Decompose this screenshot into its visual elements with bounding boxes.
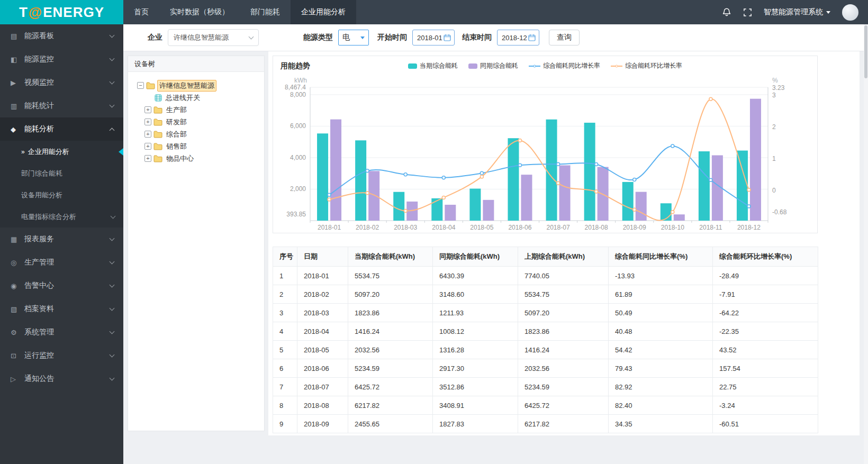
tree-node-leaf[interactable]: 总进线开关 [155,92,259,104]
sidebar-item-1[interactable]: ◧能源监控 [0,48,123,71]
table-cell: 1 [273,267,297,285]
table-cell: 2032.56 [518,359,609,378]
enterprise-select[interactable]: 许继信息智慧能源 [168,29,259,46]
nav-item-0[interactable]: 首页 [123,0,159,24]
column-header-6: 综合能耗环比增长率(%) [713,247,818,267]
start-date-input[interactable]: 2018-01 [412,30,455,46]
sidebar-item-11[interactable]: ▷通知公告 [0,367,123,390]
sidebar-subitem-2[interactable]: 设备用能分析 [0,184,123,206]
tree-node-1[interactable]: +研发部 [144,116,259,128]
chart-title: 用能趋势 [281,61,310,71]
tree-node-4[interactable]: +物品中心 [144,152,259,165]
svg-text:2018-11: 2018-11 [699,224,722,231]
sidebar-item-4[interactable]: ◆能耗分析 [0,117,123,141]
sidebar-item-6[interactable]: ◎生产管理 [0,251,123,274]
system-name: 智慧能源管理系统 [764,7,823,17]
table-row: 72018-076425.723512.865234.5982.9222.75 [273,378,818,396]
tree-node-2[interactable]: +综合部 [144,128,259,140]
table-cell: 2018-05 [297,341,348,359]
table-cell: 1823.86 [518,322,609,341]
chevron-down-icon [110,376,115,381]
sidebar-item-10[interactable]: ⊡运行监控 [0,344,123,367]
svg-text:2018-07: 2018-07 [547,224,570,231]
trend-chart-svg: 393.852,0004,0006,0008,0008,467.4-0.6801… [273,73,817,232]
expand-icon[interactable]: + [144,143,151,150]
sidebar-item-5[interactable]: ▦报表服务 [0,228,123,251]
system-name-dropdown[interactable]: 智慧能源管理系统 [764,7,830,17]
table-cell: 5 [273,341,297,359]
legend-item-1[interactable]: 同期综合能耗 [468,61,518,70]
table-cell: 3 [273,304,297,322]
query-button[interactable]: 查询 [549,30,580,46]
calendar-icon [528,34,536,41]
sidebar-item-8[interactable]: ▧档案资料 [0,297,123,321]
end-time-label: 结束时间 [462,33,492,42]
start-time-label: 开始时间 [377,33,407,42]
svg-text:-0.68: -0.68 [772,208,787,216]
calendar-icon [444,34,451,41]
tree-node-3[interactable]: +销售部 [144,140,259,152]
end-date-input[interactable]: 2018-12 [497,30,539,46]
user-avatar[interactable] [842,4,858,21]
sidebar-item-7[interactable]: ◉告警中心 [0,274,123,297]
tree-root-label[interactable]: 许继信息智慧能源 [157,80,216,92]
sidebar-subitem-1[interactable]: 部门综合能耗 [0,162,123,184]
sidebar-item-2[interactable]: ▶视频监控 [0,71,123,94]
device-tree: − 许继信息智慧能源 总进线开关 +生产部+研发部+综合部+销售部+物品中心 [128,72,264,165]
table-cell: 5534.75 [348,267,433,285]
top-navigation-bar: 首页实时数据（秒级）部门能耗企业用能分析 智慧能源管理系统 [123,0,868,24]
table-cell: 3512.86 [433,378,518,396]
energy-type-select[interactable]: 电 [338,30,369,46]
meter-icon [155,94,162,102]
tree-node-0[interactable]: +生产部 [144,104,259,116]
chevron-down-icon [110,329,115,334]
notification-bell-icon[interactable] [722,7,731,17]
column-header-3: 同期综合能耗(kWh) [433,247,518,267]
tree-node-root[interactable]: − 许继信息智慧能源 [137,79,259,92]
vertical-scrollbar[interactable] [864,24,868,464]
folder-icon [153,106,162,114]
nav-item-1[interactable]: 实时数据（秒级） [159,0,240,24]
energy-type-value: 电 [342,33,350,42]
line-series-0 [328,144,751,208]
table-cell: 2032.56 [348,341,433,359]
table-cell: 82.92 [609,378,713,396]
fullscreen-icon[interactable] [743,8,752,17]
table-cell: 5097.20 [348,285,433,304]
scrollbar-thumb[interactable] [864,25,867,78]
expand-icon[interactable]: + [144,106,151,113]
table-cell: 8 [273,396,297,415]
trend-chart-card: 用能趋势 当期综合能耗同期综合能耗综合能耗同比增长率综合能耗环比增长率 393.… [273,56,818,233]
table-cell: 2455.65 [348,415,433,433]
table-row: 62018-065234.592917.302032.5679.43157.54 [273,359,818,378]
sidebar-item-0[interactable]: ▤能源看板 [0,24,123,48]
tree-leaf-label[interactable]: 总进线开关 [164,93,202,103]
expand-icon[interactable]: + [144,119,151,125]
table-cell: 2018-03 [297,304,348,322]
sidebar-subitem-0[interactable]: »企业用能分析 [0,141,123,162]
svg-text:2018-01: 2018-01 [318,224,341,231]
collapse-icon[interactable]: − [137,82,144,89]
logo-text-2: ENERGY [43,4,104,21]
svg-text:393.85: 393.85 [286,211,306,218]
expand-icon[interactable]: + [144,155,151,162]
table-cell: 5097.20 [518,304,609,322]
legend-item-2[interactable]: 综合能耗同比增长率 [529,61,600,70]
expand-icon[interactable]: + [144,131,151,138]
chart-header: 用能趋势 当期综合能耗同期综合能耗综合能耗同比增长率综合能耗环比增长率 [273,56,817,73]
start-date-value: 2018-01 [417,34,442,42]
table-row: 92018-092455.651827.836217.8234.35-60.51 [273,415,818,433]
nav-item-3[interactable]: 企业用能分析 [291,0,356,24]
table-cell: 2 [273,285,297,304]
open-folder-icon [146,82,155,89]
sidebar-subitem-3[interactable]: 电量指标综合分析 [0,206,123,228]
sidebar-item-9[interactable]: ⚙系统管理 [0,321,123,344]
sidebar-item-3[interactable]: ▥能耗统计 [0,94,123,117]
table-cell: 7740.05 [518,267,609,285]
legend-item-3[interactable]: 综合能耗环比增长率 [611,61,682,70]
table-cell: 82.40 [609,396,713,415]
svg-text:2,000: 2,000 [290,185,306,193]
nav-item-2[interactable]: 部门能耗 [240,0,291,24]
legend-item-0[interactable]: 当期综合能耗 [408,61,458,70]
svg-text:2018-05: 2018-05 [470,224,493,231]
